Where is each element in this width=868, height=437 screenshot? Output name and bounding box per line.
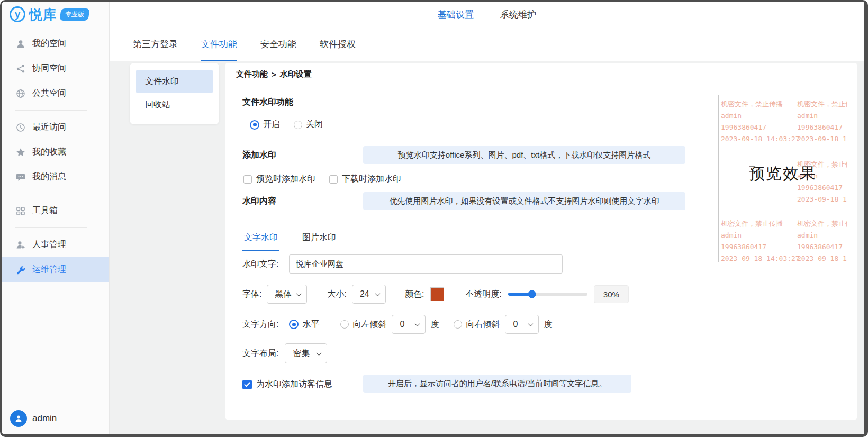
share-icon xyxy=(16,64,25,74)
tab-security-features[interactable]: 安全功能 xyxy=(260,29,296,61)
sidebar-item-label: 工具箱 xyxy=(32,205,58,216)
content-area: 第三方登录 文件功能 安全功能 软件授权 文件水印 回收站 文件功能 > 水印设… xyxy=(110,29,864,434)
user-icon xyxy=(16,39,25,49)
watermark-block: 机密文件，禁止传播 admin 19963860417 2023-09-18 1… xyxy=(797,98,847,145)
header-nav-basic-settings[interactable]: 基础设置 xyxy=(438,8,474,21)
add-watermark-checkboxes: 预览时添加水印 下载时添加水印 xyxy=(243,174,401,185)
globe-icon xyxy=(16,89,25,98)
radio-option-off[interactable]: 关闭 xyxy=(294,119,323,130)
sidebar-item-recent[interactable]: 最近访问 xyxy=(2,115,109,140)
subnav-item-recycle-bin[interactable]: 回收站 xyxy=(136,93,213,116)
sidebar: y 悦库 专业版 我的空间 协同空间 公共空间 最近访问 xyxy=(2,2,110,434)
font-settings-row: 字体: 黑体 大小: 24 颜色: 不透明度: xyxy=(242,285,629,304)
sidebar-item-label: 公共空间 xyxy=(32,88,66,99)
tab-third-party-login[interactable]: 第三方登录 xyxy=(133,29,178,61)
brand: y 悦库 专业版 xyxy=(2,2,109,27)
radio-off-label: 关闭 xyxy=(306,119,323,130)
watermark-type-tabs: 文字水印 图片水印 xyxy=(242,232,338,251)
degree-unit: 度 xyxy=(544,319,552,330)
radio-horizontal[interactable]: 水平 xyxy=(289,319,319,330)
tab-image-watermark[interactable]: 图片水印 xyxy=(301,232,338,251)
breadcrumb-section: 文件功能 xyxy=(236,69,268,79)
window-frame: y 悦库 专业版 我的空间 协同空间 公共空间 最近访问 xyxy=(0,0,868,437)
sidebar-divider xyxy=(15,110,87,111)
checkbox-preview-watermark[interactable]: 预览时添加水印 xyxy=(243,174,315,185)
tilt-right-degree-select[interactable]: 0 xyxy=(505,315,539,334)
sidebar-item-my-space[interactable]: 我的空间 xyxy=(2,31,109,56)
tab-text-watermark[interactable]: 文字水印 xyxy=(242,232,279,251)
brand-logo-icon: y xyxy=(10,6,25,22)
radio-tilt-left-label: 向左倾斜 xyxy=(352,319,386,330)
subnav-item-file-watermark[interactable]: 文件水印 xyxy=(136,70,213,93)
tab-file-features[interactable]: 文件功能 xyxy=(201,29,237,61)
sidebar-item-hr[interactable]: 人事管理 xyxy=(2,232,109,257)
feature-radio-group: 开启 关闭 xyxy=(250,119,323,130)
font-select[interactable]: 黑体 xyxy=(267,285,307,304)
watermark-text-label: 水印文字: xyxy=(242,259,282,270)
radio-horizontal-icon[interactable] xyxy=(289,320,299,329)
header-nav-system-maintenance[interactable]: 系统维护 xyxy=(500,8,536,21)
checkbox-download-watermark[interactable]: 下载时添加水印 xyxy=(329,174,401,185)
content-section-label: 水印内容 xyxy=(242,196,276,207)
direction-row: 文字方向: 水平 向左倾斜 0 度 xyxy=(242,315,552,334)
opacity-label: 不透明度: xyxy=(465,289,501,300)
radio-on-icon[interactable] xyxy=(250,120,259,130)
sidebar-item-public-space[interactable]: 公共空间 xyxy=(2,81,109,106)
radio-tilt-right-label: 向右倾斜 xyxy=(466,319,500,330)
current-user[interactable]: admin xyxy=(10,410,57,427)
checkbox-checked-icon[interactable] xyxy=(242,380,252,389)
radio-tilt-left-icon[interactable] xyxy=(340,320,349,329)
layout-label: 文字布局: xyxy=(242,348,278,359)
watermark-block: 机密文件，禁止传播 admin 19963860417 2023-09-18 1… xyxy=(797,218,847,262)
sidebar-item-ops[interactable]: 运维管理 xyxy=(2,257,109,282)
checkbox-visitor-info[interactable]: 为水印添加访客信息 xyxy=(242,379,332,390)
star-icon xyxy=(16,148,25,157)
sidebar-divider xyxy=(15,227,87,228)
chevron-down-icon xyxy=(528,321,534,326)
sidebar-divider xyxy=(15,194,87,194)
checkbox-icon[interactable] xyxy=(243,175,252,184)
breadcrumb-separator: > xyxy=(272,70,276,79)
radio-on-label: 开启 xyxy=(263,119,280,130)
watermark-preview: 机密文件，禁止传播 admin 19963860417 2023-09-18 1… xyxy=(718,95,847,262)
size-select[interactable]: 24 xyxy=(352,285,386,304)
sidebar-item-label: 我的空间 xyxy=(32,38,66,49)
tilt-left-degree-select[interactable]: 0 xyxy=(392,315,426,334)
opacity-slider-thumb[interactable] xyxy=(528,290,536,298)
opacity-slider[interactable] xyxy=(508,293,587,296)
degree-unit: 度 xyxy=(430,319,439,330)
radio-tilt-right-icon[interactable] xyxy=(454,320,462,329)
sidebar-item-collab-space[interactable]: 协同空间 xyxy=(2,56,109,81)
sidebar-item-messages[interactable]: 我的消息 xyxy=(2,165,109,189)
sidebar-item-toolbox[interactable]: 工具箱 xyxy=(2,198,109,223)
grid-icon xyxy=(16,206,25,216)
sidebar-item-label: 运维管理 xyxy=(32,264,66,275)
sidebar-item-label: 最近访问 xyxy=(32,122,66,133)
sidebar-item-favorites[interactable]: 我的收藏 xyxy=(2,140,109,165)
watermark-text-input[interactable] xyxy=(289,254,563,274)
layout-row: 文字布局: 密集 xyxy=(242,343,327,363)
layout-select[interactable]: 密集 xyxy=(285,343,327,363)
tab-strip: 第三方登录 文件功能 安全功能 软件授权 xyxy=(110,29,864,61)
font-label: 字体: xyxy=(242,289,261,300)
tab-software-license[interactable]: 软件授权 xyxy=(320,29,356,61)
breadcrumb: 文件功能 > 水印设置 xyxy=(225,63,857,86)
sub-navigation: 文件水印 回收站 xyxy=(130,63,219,124)
radio-option-on[interactable]: 开启 xyxy=(250,119,280,130)
radio-off-icon[interactable] xyxy=(294,121,302,129)
message-icon xyxy=(16,172,25,182)
tilt-left-degree-value: 0 xyxy=(400,320,404,329)
watermark-block: 机密文件，禁止传播 admin 19963860417 2023-09-18 1… xyxy=(721,98,800,145)
sidebar-item-label: 我的消息 xyxy=(32,171,66,183)
preview-title: 预览效果 xyxy=(719,163,847,185)
user-icon xyxy=(14,414,23,423)
color-swatch[interactable] xyxy=(430,287,444,301)
watermark-text-row: 水印文字: xyxy=(242,254,563,274)
checkbox-icon[interactable] xyxy=(329,175,338,184)
sidebar-item-label: 我的收藏 xyxy=(32,147,66,158)
user-name: admin xyxy=(32,413,57,424)
sidebar-item-label: 人事管理 xyxy=(32,239,66,250)
radio-tilt-right[interactable]: 向右倾斜 xyxy=(454,319,500,330)
radio-tilt-left[interactable]: 向左倾斜 xyxy=(340,319,386,330)
chevron-down-icon xyxy=(375,291,380,296)
